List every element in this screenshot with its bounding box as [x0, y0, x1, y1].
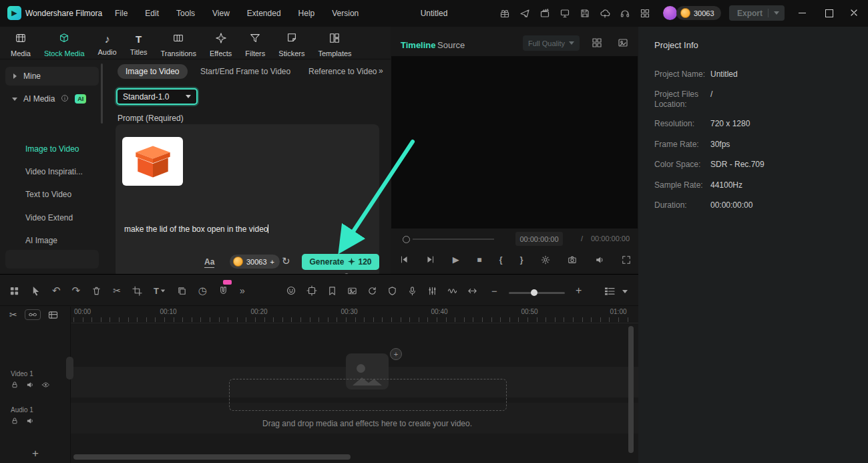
render-snapshot-icon[interactable]	[347, 286, 357, 296]
preview-tab-source[interactable]: Source	[437, 40, 465, 50]
menu-view[interactable]: View	[212, 9, 230, 18]
model-select[interactable]: Standard-1.0	[116, 88, 198, 105]
mute-track-icon[interactable]	[26, 417, 34, 425]
multi-view-icon[interactable]	[592, 37, 602, 48]
generator-tabs-more-icon[interactable]: »	[379, 66, 383, 75]
add-media-badge[interactable]: +	[390, 348, 402, 360]
minimize-button[interactable]	[799, 13, 806, 13]
crop-icon[interactable]	[132, 286, 142, 296]
more-tools-icon[interactable]: »	[240, 285, 245, 296]
timeline-dropzone[interactable]	[229, 379, 507, 411]
mute-speaker-icon[interactable]	[595, 255, 604, 265]
preview-viewport[interactable]	[391, 56, 638, 228]
mask-shield-icon[interactable]	[387, 286, 397, 296]
close-button[interactable]	[850, 9, 858, 17]
tab-stock-media[interactable]: Stock Media	[37, 32, 91, 57]
duration-clock-icon[interactable]: ◷	[198, 285, 207, 297]
menu-version[interactable]: Version	[332, 9, 359, 18]
tab-stickers[interactable]: Stickers	[272, 32, 311, 57]
preview-tab-timeline[interactable]: Timeline	[401, 40, 436, 50]
copy-icon[interactable]	[177, 286, 187, 296]
sidebar-scrollbar[interactable]	[101, 63, 103, 124]
generator-tab-reference[interactable]: Reference to Video	[308, 67, 377, 76]
magnet-snap-icon[interactable]	[218, 286, 228, 296]
quality-select[interactable]: Full Quality	[523, 35, 580, 51]
display-icon[interactable]	[560, 8, 570, 19]
keyframe-icon[interactable]	[306, 285, 317, 296]
split-scissors-icon[interactable]: ✂	[113, 285, 121, 296]
lock-track-icon[interactable]	[11, 381, 19, 389]
play-icon[interactable]: ▶	[453, 255, 459, 265]
display-adjust-icon[interactable]	[618, 37, 628, 48]
cloud-upload-icon[interactable]	[600, 8, 610, 19]
tab-titles[interactable]: T Titles	[124, 33, 154, 56]
audio-wave-icon[interactable]	[447, 286, 457, 296]
sidebar-item-text-to-video[interactable]: Text to Video	[25, 190, 71, 199]
fit-screen-icon[interactable]	[622, 255, 631, 265]
sidebar-item-video-inspiration[interactable]: Video Inspirati...	[25, 167, 83, 176]
track-resize-handle[interactable]	[66, 357, 73, 379]
audio-mixer-icon[interactable]	[427, 286, 437, 296]
add-credits-icon[interactable]: +	[270, 258, 274, 266]
prompt-image-thumbnail[interactable]	[122, 137, 183, 186]
workspace-icon[interactable]	[640, 8, 650, 19]
sidebar-group-library[interactable]	[5, 250, 99, 269]
sidebar-group-mine[interactable]: Mine	[5, 67, 99, 86]
track-manager-icon[interactable]	[604, 287, 615, 296]
export-chevron-icon[interactable]	[774, 11, 779, 15]
share-icon[interactable]	[519, 8, 530, 19]
mark-out-icon[interactable]: }	[520, 255, 523, 265]
vertical-scrollbar[interactable]	[628, 326, 634, 453]
tab-filters[interactable]: Filters	[238, 32, 272, 57]
marker-icon[interactable]	[327, 286, 337, 296]
sync-icon[interactable]	[367, 286, 377, 296]
auto-ripple-icon[interactable]: ✂	[9, 309, 17, 320]
sidebar-group-ai-media[interactable]: AI Media AI	[5, 90, 99, 108]
tab-effects[interactable]: Effects	[203, 32, 238, 57]
menu-edit[interactable]: Edit	[145, 9, 159, 18]
zoom-in-icon[interactable]: +	[576, 285, 582, 297]
generator-tab-start-end-frame[interactable]: Start/End Frame to Video	[200, 67, 290, 76]
tab-audio[interactable]: ♪ Audio	[91, 33, 124, 56]
delete-icon[interactable]	[91, 286, 101, 296]
zoom-out-icon[interactable]: −	[491, 285, 497, 297]
mark-in-icon[interactable]: {	[499, 255, 503, 265]
credits-pill[interactable]: 30063 +	[230, 255, 280, 269]
sidebar-item-ai-image[interactable]: AI Image	[25, 236, 57, 245]
menu-help[interactable]: Help	[298, 9, 315, 18]
track-manager-chevron-icon[interactable]	[622, 290, 628, 293]
lock-track-icon[interactable]	[11, 417, 19, 425]
clapper-icon[interactable]	[539, 8, 550, 19]
menu-extended[interactable]: Extended	[247, 9, 281, 18]
next-frame-icon[interactable]	[426, 255, 435, 264]
undo-icon[interactable]: ↶	[52, 285, 61, 297]
link-clips-icon[interactable]	[25, 309, 41, 320]
ripple-edit-icon[interactable]	[467, 286, 477, 296]
save-icon[interactable]	[580, 8, 590, 19]
sidebar-item-image-to-video[interactable]: Image to Video	[25, 144, 79, 154]
tab-transitions[interactable]: Transitions	[154, 32, 203, 57]
zoom-slider-handle[interactable]	[531, 289, 537, 296]
add-track-button[interactable]: +	[32, 447, 39, 460]
apps-grid-icon[interactable]	[9, 286, 19, 296]
select-cursor-icon[interactable]	[31, 286, 41, 296]
coin-balance-pill[interactable]: 30063	[676, 6, 721, 20]
playback-settings-icon[interactable]	[541, 255, 550, 265]
mute-track-icon[interactable]	[26, 381, 34, 389]
tab-media[interactable]: Media	[4, 32, 37, 57]
current-time-box[interactable]: 00:00:00:00	[515, 232, 563, 246]
menu-file[interactable]: File	[115, 9, 128, 18]
stop-icon[interactable]: ■	[477, 255, 481, 265]
maximize-button[interactable]	[825, 9, 833, 17]
info-icon[interactable]	[61, 93, 69, 105]
generator-tab-image-to-video[interactable]: Image to Video	[118, 64, 188, 79]
snapshot-camera-icon[interactable]	[568, 255, 577, 265]
export-button[interactable]: Export	[729, 5, 785, 21]
timeline-ruler[interactable]: 00:00 00:10 00:20 00:30 00:40 00:50 01:0…	[70, 307, 638, 323]
user-avatar[interactable]	[663, 6, 677, 20]
hide-track-eye-icon[interactable]	[41, 381, 50, 389]
ai-assistant-icon[interactable]	[286, 285, 296, 296]
support-icon[interactable]	[620, 8, 630, 19]
sidebar-item-video-extend[interactable]: Video Extend	[25, 213, 73, 222]
tab-templates[interactable]: Templates	[311, 32, 358, 57]
